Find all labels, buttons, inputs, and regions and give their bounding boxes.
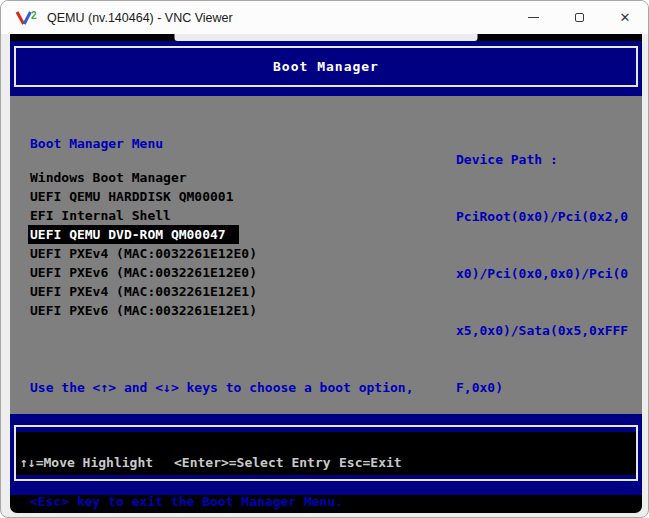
boot-menu-item[interactable]: UEFI PXEv6 (MAC:0032261E12E0) — [30, 263, 257, 282]
device-path-line: PciRoot(0x0)/Pci(0x2,0 — [456, 207, 638, 226]
device-path-line: x0)/Pci(0x0,0x0)/Pci(0 — [456, 264, 638, 283]
hint-move-highlight: ↑↓=Move Highlight — [20, 453, 153, 472]
window-title: QEMU (nv.140464) - VNC Viewer — [47, 11, 233, 25]
efi-body: Boot Manager Menu Windows Boot Manager U… — [10, 96, 642, 414]
boot-menu-item[interactable]: UEFI PXEv4 (MAC:0032261E12E1) — [30, 282, 257, 301]
maximize-icon — [575, 13, 584, 22]
vnc-viewer-window: 2 QEMU (nv.140464) - VNC Viewer ✕ Boot M… — [0, 0, 649, 518]
boot-menu-title: Boot Manager Menu — [30, 134, 163, 153]
boot-menu-item-selected[interactable]: UEFI QEMU DVD-ROM QM00047 — [30, 225, 257, 244]
window-controls: ✕ — [510, 1, 648, 34]
device-path-label: Device Path : — [456, 150, 638, 169]
boot-menu-item[interactable]: UEFI PXEv6 (MAC:0032261E12E1) — [30, 301, 257, 320]
boot-menu-item[interactable]: UEFI PXEv4 (MAC:0032261E12E0) — [30, 244, 257, 263]
efi-screen-title-box: Boot Manager — [14, 46, 638, 87]
boot-menu-item[interactable]: EFI Internal Shell — [30, 206, 257, 225]
vnc-remote-screen: Boot Manager Boot Manager Menu Windows B… — [10, 34, 642, 513]
hint-esc-exit: Esc=Exit — [339, 453, 402, 472]
boot-menu-item[interactable]: Windows Boot Manager — [30, 168, 257, 187]
efi-footer-band: ↑↓=Move Highlight <Enter>=Select Entry E… — [10, 414, 642, 495]
efi-footer-box: ↑↓=Move Highlight <Enter>=Select Entry E… — [14, 425, 638, 481]
vnc-toolbar-tab[interactable] — [175, 34, 478, 41]
maximize-button[interactable] — [556, 1, 602, 34]
close-icon: ✕ — [620, 11, 631, 24]
boot-menu-list: Windows Boot Manager UEFI QEMU HARDDISK … — [30, 168, 257, 320]
window-titlebar[interactable]: 2 QEMU (nv.140464) - VNC Viewer ✕ — [1, 1, 648, 34]
minimize-button[interactable] — [510, 1, 556, 34]
hint-select-entry: <Enter>=Select Entry — [174, 453, 331, 472]
device-path-line: x5,0x0)/Sata(0x5,0xFFF — [456, 321, 638, 340]
device-path-panel: Device Path : PciRoot(0x0)/Pci(0x2,0 x0)… — [456, 112, 638, 435]
efi-header-band: Boot Manager — [10, 41, 642, 96]
minimize-icon — [528, 17, 539, 18]
key-hints-bar: ↑↓=Move Highlight <Enter>=Select Entry E… — [16, 432, 636, 475]
vnc-logo-icon: 2 — [15, 10, 39, 26]
efi-screen-title: Boot Manager — [273, 59, 379, 74]
close-button[interactable]: ✕ — [602, 1, 648, 34]
boot-menu-item[interactable]: UEFI QEMU HARDDISK QM00001 — [30, 187, 257, 206]
svg-text:2: 2 — [31, 10, 37, 21]
help-line: Use the <↑> and <↓> keys to choose a boo… — [30, 378, 414, 397]
device-path-line: F,0x0) — [456, 378, 638, 397]
